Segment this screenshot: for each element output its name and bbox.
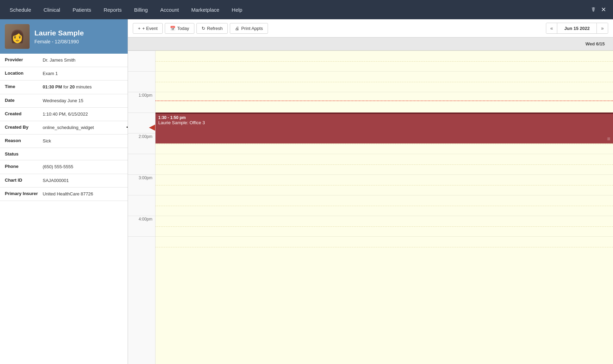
event-label: + Event — [142, 26, 158, 31]
grid-slot-1200 — [155, 51, 613, 71]
nav-clinical[interactable]: Clinical — [37, 4, 66, 15]
refresh-label: Refresh — [207, 26, 223, 31]
nav-reports[interactable]: Reports — [97, 4, 128, 15]
cal-date-header: Wed 6/15 — [585, 41, 613, 46]
patient-dob: Female - 12/08/1990 — [34, 39, 84, 44]
patient-header: 👩 Laurie Sample Female - 12/08/1990 — [0, 19, 128, 54]
info-row-provider: Provider Dr. James Smith — [0, 54, 128, 67]
time-slot-200pm: 2:00pm — [128, 133, 155, 154]
next-date-button[interactable]: » — [596, 23, 608, 33]
value-time: 01:30 PM for 20 minutes — [43, 84, 92, 90]
value-created-by: online_scheduling_widget — [43, 125, 94, 131]
grid-slot-230pm — [155, 154, 613, 174]
main-container: 👩 Laurie Sample Female - 12/08/1990 Prov… — [0, 19, 613, 364]
today-label: Today — [177, 26, 189, 31]
info-row-reason: Reason Sick — [0, 135, 128, 148]
grid-slot-330pm — [155, 195, 613, 216]
info-row-phone: Phone (650) 555-5555 — [0, 160, 128, 174]
current-time-dotted-line — [155, 100, 613, 101]
grid-slot-1230 — [155, 71, 613, 92]
label-reason: Reason — [5, 138, 43, 143]
time-slot-230pm — [128, 154, 155, 174]
nav-marketplace[interactable]: Marketplace — [185, 4, 226, 15]
time-slot-330pm — [128, 195, 155, 216]
nav-account[interactable]: Account — [154, 4, 185, 15]
svg-marker-1 — [127, 125, 128, 129]
appointment-block[interactable]: 1:30 - 1:50 pm Laurie Sample: Office 3 ≡ — [155, 113, 613, 143]
info-row-insurer: Primary Insurer United HealthCare 87726 — [0, 188, 128, 201]
info-row-chart-id: Chart ID SAJA000001 — [0, 174, 128, 188]
patient-info: Laurie Sample Female - 12/08/1990 — [34, 29, 84, 44]
grid-slot-400pm — [155, 216, 613, 236]
today-button[interactable]: 📅 Today — [165, 23, 194, 34]
time-slot-300pm: 3:00pm — [128, 174, 155, 195]
label-time: Time — [5, 84, 43, 89]
time-slot-430pm — [128, 236, 155, 257]
add-event-button[interactable]: + + Event — [133, 23, 163, 34]
label-date: Date — [5, 98, 43, 103]
label-location: Location — [5, 71, 43, 76]
info-row-created-by: Created By online_scheduling_widget — [0, 121, 128, 135]
label-phone: Phone — [5, 164, 43, 169]
refresh-button[interactable]: ↻ Refresh — [196, 23, 228, 34]
time-gutter: 1:00pm 2:00pm 3:00pm 4:00pm — [128, 51, 155, 364]
info-row-created: Created 1:10:40 PM, 6/15/2022 — [0, 108, 128, 121]
value-date: Wednesday June 15 — [43, 98, 83, 104]
grid-slot-300pm — [155, 174, 613, 195]
refresh-icon: ↻ — [202, 26, 205, 31]
arrow-annotation — [125, 122, 128, 133]
info-row-time: Time 01:30 PM for 20 minutes — [0, 81, 128, 94]
current-time-arrow — [149, 125, 155, 131]
prev-date-button[interactable]: « — [546, 23, 558, 33]
grid-slot-100pm — [155, 92, 613, 113]
appt-patient-location: Laurie Sample: Office 3 — [158, 120, 610, 125]
plus-icon: + — [138, 26, 141, 31]
appt-time-range: 1:30 - 1:50 pm — [158, 115, 610, 120]
date-nav: « Jun 15 2022 » — [546, 23, 608, 34]
print-label: Print Appts — [241, 26, 263, 31]
calendar-header: Wed 6/15 — [128, 38, 613, 51]
value-location: Exam 1 — [43, 71, 58, 77]
calendar-icon: 📅 — [170, 26, 175, 31]
value-created: 1:10:40 PM, 6/15/2022 — [43, 111, 88, 117]
label-insurer: Primary Insurer — [5, 191, 43, 196]
value-chart-id: SAJA000001 — [43, 178, 69, 184]
time-slot-100pm: 1:00pm — [128, 92, 155, 113]
print-appts-button[interactable]: 🖨 Print Appts — [230, 23, 268, 34]
print-icon: 🖨 — [235, 26, 239, 31]
info-table: Provider Dr. James Smith Location Exam 1… — [0, 54, 128, 364]
close-icon[interactable]: ✕ — [601, 6, 606, 13]
nav-billing[interactable]: Billing — [128, 4, 154, 15]
time-slot-1200 — [128, 51, 155, 71]
toolbar: + + Event 📅 Today ↻ Refresh 🖨 Print Appt… — [128, 19, 613, 38]
time-slot-400pm: 4:00pm — [128, 216, 155, 236]
value-provider: Dr. James Smith — [43, 57, 75, 63]
label-provider: Provider — [5, 57, 43, 62]
value-reason: Sick — [43, 138, 51, 144]
value-phone: (650) 555-5555 — [43, 164, 73, 170]
grid-slot-430pm — [155, 236, 613, 257]
info-row-date: Date Wednesday June 15 — [0, 94, 128, 108]
patient-name: Laurie Sample — [34, 29, 84, 37]
nav-help[interactable]: Help — [226, 4, 249, 15]
info-row-status: Status — [0, 148, 128, 160]
calendar-body: 1:00pm 2:00pm 3:00pm 4:00pm — [128, 51, 613, 364]
calendar-grid[interactable]: 1:30 - 1:50 pm Laurie Sample: Office 3 ≡ — [155, 51, 613, 364]
calendar-area: Wed 6/15 1:00pm 2:00pm 3:00pm 4:00pm — [128, 38, 613, 364]
right-panel: + + Event 📅 Today ↻ Refresh 🖨 Print Appt… — [128, 19, 613, 364]
nav-patients[interactable]: Patients — [66, 4, 97, 15]
current-date-label: Jun 15 2022 — [557, 23, 596, 33]
value-insurer: United HealthCare 87726 — [43, 191, 93, 197]
drag-handle-icon[interactable]: ≡ — [607, 136, 610, 142]
nav-schedule[interactable]: Schedule — [3, 4, 37, 15]
top-nav: Schedule Clinical Patients Reports Billi… — [0, 0, 613, 19]
left-panel: 👩 Laurie Sample Female - 12/08/1990 Prov… — [0, 19, 128, 364]
label-status: Status — [5, 151, 43, 157]
label-chart-id: Chart ID — [5, 178, 43, 183]
caduceus-icon[interactable]: ☤ — [591, 6, 595, 13]
label-created: Created — [5, 111, 43, 116]
patient-photo: 👩 — [5, 24, 30, 49]
label-created-by: Created By — [5, 125, 43, 130]
patient-avatar: 👩 — [5, 24, 30, 49]
time-slot-1230 — [128, 71, 155, 92]
